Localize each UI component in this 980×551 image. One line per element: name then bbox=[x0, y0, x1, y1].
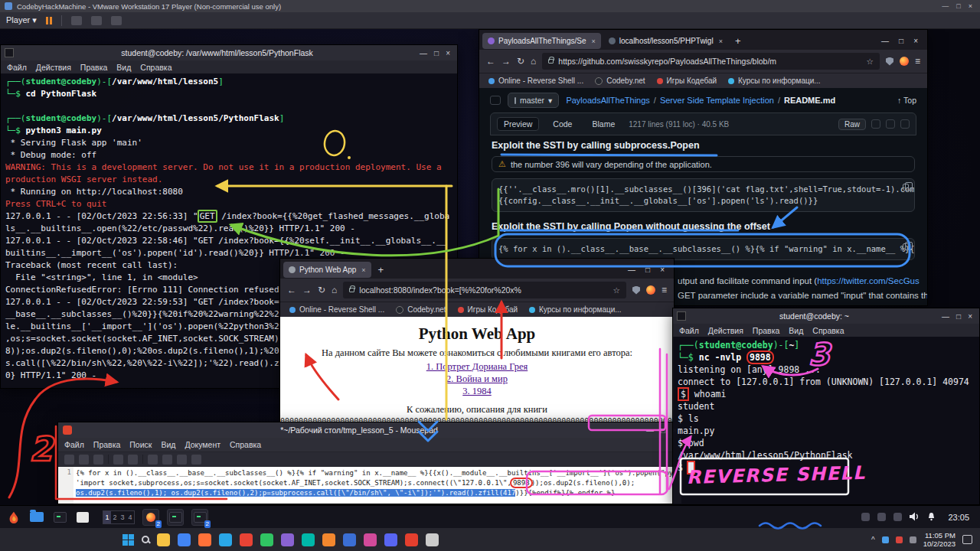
menu-item[interactable]: Документ bbox=[185, 440, 220, 449]
bookmark-item[interactable]: Codeby.net bbox=[396, 305, 446, 314]
workspace-button[interactable]: 2 bbox=[111, 511, 119, 523]
tab-blame[interactable]: Blame bbox=[586, 118, 621, 130]
copy-icon[interactable] bbox=[903, 243, 909, 250]
menu-item[interactable]: Справка bbox=[812, 326, 844, 335]
devices-icon[interactable] bbox=[111, 16, 122, 25]
bookmark-item[interactable]: Online - Reverse Shell ... bbox=[488, 77, 583, 85]
tab-code[interactable]: Code bbox=[547, 118, 578, 130]
open-file-icon[interactable] bbox=[79, 455, 89, 465]
maximize-button[interactable]: □ bbox=[956, 312, 961, 321]
extension-shield-icon[interactable] bbox=[886, 57, 893, 66]
copy-icon[interactable] bbox=[871, 119, 880, 129]
action-center-icon[interactable] bbox=[962, 535, 972, 544]
taskbar-app-icon-mail[interactable] bbox=[219, 533, 232, 546]
forward-button[interactable]: → bbox=[302, 285, 312, 295]
tab-preview[interactable]: Preview bbox=[497, 117, 539, 131]
new-file-icon[interactable] bbox=[64, 455, 74, 465]
bookmark-item[interactable]: Online - Reverse Shell ... bbox=[289, 305, 384, 314]
reload-button[interactable]: ↻ bbox=[517, 56, 524, 67]
bookmark-star-icon[interactable]: ☆ bbox=[613, 285, 620, 295]
save-icon[interactable] bbox=[93, 455, 103, 465]
terminal-window-button-2[interactable]: 2 bbox=[191, 509, 208, 526]
close-button[interactable]: × bbox=[913, 37, 918, 45]
home-button[interactable]: ⌂ bbox=[531, 56, 536, 67]
minimize-button[interactable]: — bbox=[881, 37, 889, 45]
minimize-button[interactable]: — bbox=[646, 426, 654, 435]
maximize-button[interactable]: □ bbox=[956, 2, 960, 10]
taskbar-app-icon-violet[interactable] bbox=[281, 533, 294, 546]
taskbar-app-icon-pink[interactable] bbox=[364, 533, 377, 546]
close-button[interactable]: × bbox=[660, 266, 665, 274]
bookmark-item[interactable]: Игры Кодебай bbox=[657, 77, 717, 85]
book-link-3[interactable]: 3. 1984 bbox=[280, 386, 674, 397]
notifications-bell-icon[interactable] bbox=[927, 510, 936, 524]
pause-vm-button[interactable] bbox=[46, 17, 52, 24]
terminal-output[interactable]: ┌──(student@codeby)-[~]└─$ nc -nvlp 9898… bbox=[673, 337, 979, 504]
search-icon[interactable] bbox=[142, 536, 149, 543]
menu-item[interactable]: Справка bbox=[230, 440, 261, 449]
tab-close-icon[interactable]: × bbox=[361, 266, 365, 274]
bookmark-item[interactable]: Codeby.net bbox=[595, 77, 645, 85]
bookmark-item[interactable]: Игры Кодебай bbox=[458, 305, 518, 314]
url-bar[interactable]: https://github.com/swisskyrepo/PayloadsA… bbox=[542, 53, 880, 70]
menu-item[interactable]: Файл bbox=[64, 440, 84, 449]
player-menu[interactable]: Player ▾ bbox=[6, 15, 37, 25]
minimize-button[interactable]: — bbox=[942, 312, 949, 321]
tray-icon[interactable] bbox=[910, 536, 916, 543]
url-bar[interactable]: localhost:8080/index?book=[%%20for%20x% … bbox=[343, 282, 626, 298]
new-tab-button[interactable]: + bbox=[374, 264, 389, 276]
menu-item[interactable]: Действия bbox=[708, 326, 743, 335]
sidebar-toggle-icon[interactable] bbox=[490, 96, 501, 105]
breadcrumb-folder-link[interactable]: Server Side Template Injection bbox=[660, 96, 774, 105]
hamburger-menu-icon[interactable]: ≡ bbox=[915, 56, 920, 67]
taskbar-app-icon-firefox[interactable] bbox=[198, 533, 211, 546]
menu-item[interactable]: Файл bbox=[7, 63, 27, 72]
breadcrumb-repo-link[interactable]: PayloadsAllTheThings bbox=[566, 96, 649, 105]
menu-item[interactable]: Поиск bbox=[129, 440, 152, 449]
menu-item[interactable]: Вид bbox=[116, 63, 131, 72]
firefox-window-button[interactable]: 2 bbox=[142, 509, 159, 526]
volume-icon[interactable] bbox=[910, 510, 920, 524]
tab-close-icon[interactable]: × bbox=[719, 37, 723, 45]
back-to-top-link[interactable]: ↑ Top bbox=[897, 96, 916, 105]
menu-item[interactable]: Вид bbox=[161, 440, 175, 449]
terminal-window-button[interactable] bbox=[167, 509, 184, 526]
edit-pencil-icon[interactable] bbox=[886, 119, 895, 129]
redo-icon[interactable] bbox=[128, 455, 138, 465]
new-tab-button[interactable]: + bbox=[730, 35, 746, 47]
fullscreen-icon[interactable] bbox=[91, 16, 102, 25]
taskbar-app-icon-blue[interactable] bbox=[343, 533, 356, 546]
taskbar-app-icon-teal[interactable] bbox=[302, 533, 315, 546]
tray-icon[interactable] bbox=[877, 513, 886, 521]
minimize-button[interactable]: — bbox=[420, 49, 427, 57]
show-hidden-icons-button[interactable]: ^ bbox=[871, 536, 875, 544]
hamburger-menu-icon[interactable]: ≡ bbox=[662, 285, 667, 295]
menu-item[interactable]: Правка bbox=[80, 63, 107, 72]
network-icon[interactable] bbox=[893, 513, 902, 521]
minimize-button[interactable]: — bbox=[628, 266, 635, 274]
workspace-button[interactable]: 3 bbox=[119, 511, 126, 523]
bookmark-item[interactable]: Курсы по информаци... bbox=[728, 77, 821, 85]
terminal-titlebar[interactable]: student@codeby: /var/www/html/lesson5/Py… bbox=[1, 45, 457, 60]
windows-start-button[interactable] bbox=[122, 534, 134, 546]
tray-icon[interactable] bbox=[861, 513, 870, 521]
tab-localhost-phptwig[interactable]: localhost/lesson5/PHPTwigl × bbox=[603, 33, 728, 49]
tab-python-web-app[interactable]: Python Web App × bbox=[283, 262, 371, 278]
cut-icon[interactable] bbox=[148, 455, 158, 465]
close-button[interactable]: × bbox=[969, 2, 972, 10]
firefox-account-icon[interactable] bbox=[900, 57, 909, 66]
firefox-account-icon[interactable] bbox=[646, 285, 655, 295]
copy-icon[interactable] bbox=[162, 455, 172, 465]
back-button[interactable]: ← bbox=[486, 56, 495, 67]
mousepad-titlebar[interactable]: *~/Рабочий стол/tmp_lesson_5 - Mousepad … bbox=[58, 422, 681, 438]
undo-icon[interactable] bbox=[113, 455, 123, 465]
maximize-button[interactable]: □ bbox=[434, 49, 439, 57]
copy-icon[interactable] bbox=[903, 184, 909, 191]
taskbar-app-icon-red[interactable] bbox=[240, 533, 253, 546]
tab-payloadsallthethings[interactable]: PayloadsAllTheThings/Se × bbox=[482, 33, 601, 49]
forward-button[interactable]: → bbox=[501, 56, 511, 67]
taskbar-app-icon-explorer[interactable] bbox=[157, 533, 170, 546]
workspace-button[interactable]: 1 bbox=[103, 511, 111, 523]
menu-item[interactable]: Вид bbox=[789, 326, 803, 335]
raw-button[interactable]: Raw bbox=[838, 119, 866, 130]
